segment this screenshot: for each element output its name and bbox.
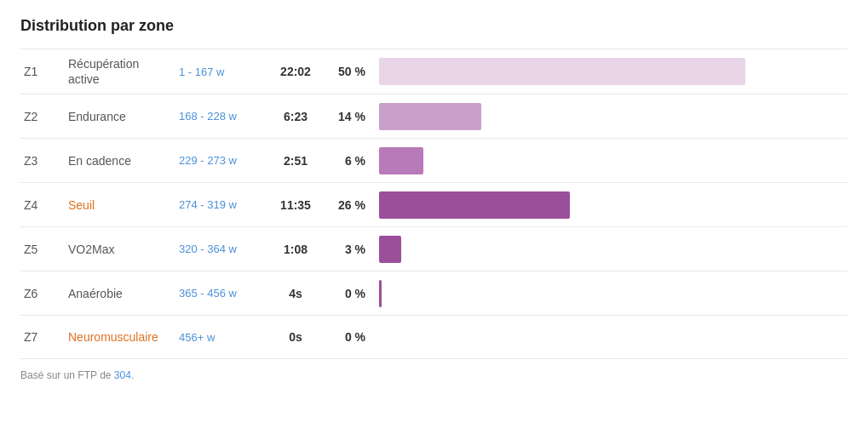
zone-name: En cadence xyxy=(61,146,172,175)
ftp-link[interactable]: 304 xyxy=(114,369,131,381)
zone-name: Récupération active xyxy=(61,49,172,94)
zone-pct: 0 % xyxy=(325,280,372,307)
zone-id: Z7 xyxy=(20,323,61,351)
zone-table: Z1 Récupération active 1 - 167 w 22:02 5… xyxy=(20,49,848,359)
zone-range: 229 - 273 w xyxy=(172,147,266,174)
zone-pct: 14 % xyxy=(325,103,372,130)
table-row: Z4 Seuil 274 - 319 w 11:35 26 % xyxy=(20,182,848,226)
zone-range: 320 - 364 w xyxy=(172,236,266,262)
zone-time: 11:35 xyxy=(266,191,325,219)
zone-bar xyxy=(379,236,401,263)
zone-bar-container xyxy=(372,51,848,92)
zone-time: 1:08 xyxy=(266,236,325,263)
zone-pct: 3 % xyxy=(325,236,372,263)
zone-name: VO2Max xyxy=(61,235,172,264)
zone-bar xyxy=(379,280,382,307)
zone-range: 1 - 167 w xyxy=(172,59,266,85)
zone-bar-container xyxy=(372,96,848,137)
zone-range: 456+ w xyxy=(172,324,266,351)
zone-bar-container xyxy=(372,229,848,270)
zone-time: 2:51 xyxy=(266,147,325,174)
zone-pct: 50 % xyxy=(325,58,372,85)
zone-time: 6:23 xyxy=(266,103,325,130)
table-row: Z3 En cadence 229 - 273 w 2:51 6 % xyxy=(20,138,848,182)
zone-bar-container xyxy=(372,140,848,181)
table-row: Z5 VO2Max 320 - 364 w 1:08 3 % xyxy=(20,226,848,271)
zone-bar-container xyxy=(372,185,848,226)
table-row: Z7 Neuromusculaire 456+ w 0s 0 % xyxy=(20,315,848,359)
zone-id: Z6 xyxy=(20,280,61,307)
zone-name: Endurance xyxy=(61,102,172,131)
zone-bar xyxy=(379,103,481,130)
zone-name: Neuromusculaire xyxy=(61,323,172,351)
zone-range: 274 - 319 w xyxy=(172,191,266,218)
zone-pct: 26 % xyxy=(325,191,372,219)
zone-id: Z3 xyxy=(20,147,61,174)
zone-id: Z4 xyxy=(20,191,61,219)
zone-bar-container xyxy=(372,317,848,357)
zone-bar xyxy=(379,191,570,219)
zone-range: 168 - 228 w xyxy=(172,103,266,129)
zone-name: Seuil xyxy=(61,191,172,220)
zone-bar xyxy=(379,58,745,85)
zone-range: 365 - 456 w xyxy=(172,280,266,306)
zone-bar-container xyxy=(372,273,848,314)
zone-time: 22:02 xyxy=(266,58,325,85)
footer-note: Basé sur un FTP de 304. xyxy=(20,369,848,381)
zone-id: Z2 xyxy=(20,103,61,130)
table-row: Z1 Récupération active 1 - 167 w 22:02 5… xyxy=(20,49,848,94)
zone-pct: 6 % xyxy=(325,147,372,174)
zone-id: Z5 xyxy=(20,236,61,263)
table-row: Z2 Endurance 168 - 228 w 6:23 14 % xyxy=(20,94,848,138)
table-row: Z6 Anaérobie 365 - 456 w 4s 0 % xyxy=(20,271,848,315)
zone-time: 4s xyxy=(266,280,325,307)
zone-pct: 0 % xyxy=(325,323,372,351)
zone-id: Z1 xyxy=(20,58,61,85)
zone-bar xyxy=(379,147,423,174)
zone-name: Anaérobie xyxy=(61,279,172,308)
zone-time: 0s xyxy=(266,323,325,351)
page-title: Distribution par zone xyxy=(20,17,848,35)
